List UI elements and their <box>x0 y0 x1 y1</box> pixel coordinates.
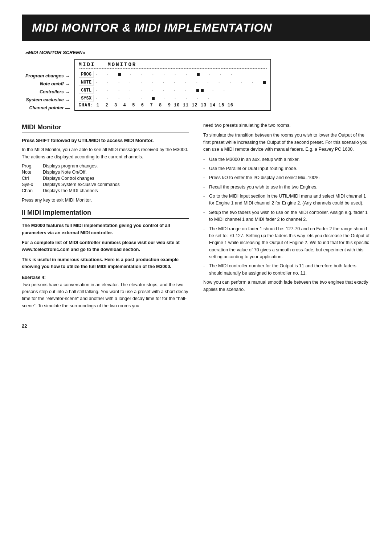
midi-screen-box: MIDI MONITOR PROG · · · · · · · · · · · … <box>74 59 271 111</box>
channel-row: CHAN: 1 2 3 4 5 6 7 8 9 10 11 12 13 14 1… <box>79 103 267 108</box>
exercise-text: Two persons have a conversation in an el… <box>22 281 189 310</box>
def-row-chan: Chan Displays the MIDI channels <box>22 188 189 193</box>
right-conclusion: Now you can perform a manual smooth fade… <box>203 279 370 293</box>
def-key-sysx: Sys-x <box>22 182 39 187</box>
screen-row-prog: PROG · · · · · · · · · · · <box>79 70 267 78</box>
page-title: MIDI MONITOR & MIDI IMPLEMENTATION <box>32 21 360 35</box>
dots-cntl: · · · · · · · · · · · <box>95 88 226 93</box>
def-val-ctrl: Displays Control changes <box>43 176 189 181</box>
list-item-7: The MIDI controller number for the Outpu… <box>203 263 370 277</box>
arrow-labels: Program changes → Note on/off → Controll… <box>25 59 72 112</box>
arrow-icon-4: — <box>65 106 70 110</box>
def-key-note: Note <box>22 170 39 175</box>
dots-sysx: · · · · · · · · · · <box>95 96 211 101</box>
row-label-cntl: CNTL <box>79 87 94 93</box>
arrow-label-program: Program changes → <box>25 72 72 80</box>
right-intro: need two presets simulating the two room… <box>203 122 370 129</box>
midi-monitor-title: MIDI Monitor <box>22 123 189 133</box>
arrow-label-channel: Channel pointer — <box>25 104 72 112</box>
bullet-list: Use the M3000 in an aux. setup with a mi… <box>203 156 370 277</box>
def-val-chan: Displays the MIDI channels <box>43 188 189 193</box>
two-column-layout: MIDI Monitor Press SHIFT followed by UTI… <box>22 122 370 312</box>
list-item-0: Use the M3000 in an aux. setup with a mi… <box>203 156 370 163</box>
screen-section: »MIDI MONITOR SCREEN« Program changes → … <box>22 50 370 112</box>
arrow-icon-2: → <box>65 90 70 94</box>
list-item-4: Go to the MIDI input section in the UTIL… <box>203 193 370 207</box>
arrow-icon-0: → <box>65 74 70 78</box>
midi-implementation-title: II MIDI Implementation <box>22 209 189 219</box>
dots-note: · · · · · · · · · · · · · · · <box>95 80 267 85</box>
list-item-6: The MIDI range on fader 1 should be: 127… <box>203 226 370 261</box>
exercise-title: Exercise 4: <box>22 275 189 280</box>
impl-bold-para-2: This is useful in numerous situations. H… <box>22 256 189 271</box>
row-label-sysx: SYSX <box>79 95 94 101</box>
def-key-prog: Prog. <box>22 163 39 169</box>
dots-prog: · · · · · · · · · · · <box>95 72 234 77</box>
midi-monitor-intro: In the MIDI Monitor, you are able to see… <box>22 146 189 161</box>
screen-label: »MIDI MONITOR SCREEN« <box>25 50 367 55</box>
list-item-3: Recall the presets you wish to use in th… <box>203 184 370 191</box>
def-row-sysx: Sys-x Displays System exclusive commands <box>22 182 189 187</box>
list-item-5: Setup the two faders you wish to use on … <box>203 209 370 223</box>
impl-bold-para-1: For a complete list of MIDI controller n… <box>22 239 189 254</box>
def-row-prog: Prog. Displays program changes. <box>22 163 189 169</box>
def-row-ctrl: Ctrl Displays Control changes <box>22 176 189 181</box>
arrow-icon-3: → <box>65 98 70 102</box>
arrow-label-note: Note on/off → <box>25 80 72 88</box>
row-label-note: NOTE <box>79 79 94 85</box>
arrow-label-controllers: Controllers → <box>25 88 72 96</box>
arrow-label-sysex: System exclusive → <box>25 96 72 104</box>
screen-row-cntl: CNTL · · · · · · · · · · · <box>79 86 267 94</box>
screen-diagram-wrapper: Program changes → Note on/off → Controll… <box>25 59 367 112</box>
arrow-icon-1: → <box>65 82 70 86</box>
left-column: MIDI Monitor Press SHIFT followed by UTI… <box>22 122 189 312</box>
def-val-note: Displays Note On/Off. <box>43 170 189 175</box>
def-val-sysx: Displays System exclusive commands <box>43 182 189 187</box>
press-note: Press any key to exit MIDI Monitor. <box>22 197 189 204</box>
definition-table: Prog. Displays program changes. Note Dis… <box>22 163 189 193</box>
def-key-ctrl: Ctrl <box>22 176 39 181</box>
midi-monitor-subtitle: Press SHIFT followed by UTIL/MIDI to acc… <box>22 137 189 144</box>
def-row-note: Note Displays Note On/Off. <box>22 170 189 175</box>
def-key-chan: Chan <box>22 188 39 193</box>
list-item-2: Press I/O to enter the I/O display and s… <box>203 174 370 181</box>
def-val-prog: Displays program changes. <box>43 163 189 169</box>
screen-row-note: NOTE · · · · · · · · · · · · · · · <box>79 78 267 86</box>
right-transition: To simulate the transition between the r… <box>203 132 370 153</box>
row-label-prog: PROG <box>79 71 94 77</box>
impl-bold-para-0: The M3000 features full MIDI implementat… <box>22 222 189 236</box>
list-item-1: Use the Parallel or Dual Input routing m… <box>203 165 370 172</box>
page-number: 22 <box>22 323 370 329</box>
title-banner: MIDI MONITOR & MIDI IMPLEMENTATION <box>22 15 370 41</box>
right-column: need two presets simulating the two room… <box>203 122 370 312</box>
midi-screen-title: MIDI MONITOR <box>79 62 267 69</box>
screen-row-sysx: SYSX · · · · · · · · · · <box>79 94 267 102</box>
